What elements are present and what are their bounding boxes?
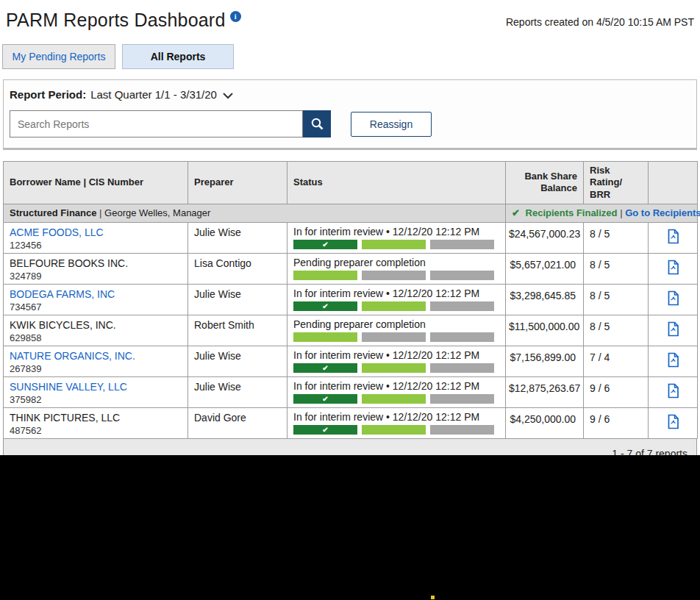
pdf-report-button[interactable] xyxy=(649,346,698,376)
report-period-selector[interactable]: Report Period: Last Quarter 1/1 - 3/31/2… xyxy=(10,88,688,101)
borrower-name[interactable]: NATURE ORGANICS, INC. xyxy=(10,350,182,362)
col-header-borrower: Borrower Name | CIS Number xyxy=(4,162,188,204)
progress-segment xyxy=(430,332,494,342)
progress-segment xyxy=(362,271,426,280)
preparer-name: Julie Wise xyxy=(188,284,288,315)
pdf-file-icon xyxy=(667,290,679,306)
table-row: SUNSHINE VALLEY, LLC375982 Julie Wise In… xyxy=(4,376,698,407)
recipients-separator: | xyxy=(620,207,622,218)
progress-segment xyxy=(293,240,357,249)
recipients-finalized-status: Recipients Finalized xyxy=(526,207,618,218)
status-text: In for interim review • 12/12/20 12:12 P… xyxy=(293,380,499,392)
reports-table-container: Borrower Name | CIS Number Preparer Stat… xyxy=(3,161,697,470)
yellow-dot-marker xyxy=(431,596,435,599)
table-row: BODEGA FARMS, INC734567 Julie Wise In fo… xyxy=(4,284,698,315)
group-title: Structured Finance | George Welles, Mana… xyxy=(4,204,506,222)
bank-share-balance: $7,156,899.00 xyxy=(506,346,584,376)
pdf-report-button[interactable] xyxy=(649,284,698,315)
pdf-report-button[interactable] xyxy=(649,376,698,407)
progress-segment xyxy=(293,425,357,435)
chevron-down-icon xyxy=(223,93,233,99)
borrower-name[interactable]: BODEGA FARMS, INC xyxy=(10,288,182,300)
risk-rating: 8 / 5 xyxy=(584,315,649,346)
progress-segment xyxy=(293,301,357,311)
reassign-button[interactable]: Reassign xyxy=(351,112,432,137)
search-input[interactable] xyxy=(10,110,303,138)
group-recipients-area: ✔ Recipients Finalized | Go to Recipient… xyxy=(506,204,698,222)
preparer-name: Julie Wise xyxy=(188,222,288,253)
preparer-name: David Gore xyxy=(188,407,288,438)
preparer-name: Julie Wise xyxy=(188,376,288,407)
cis-number: 375982 xyxy=(10,394,182,405)
title-bar: PARM Reports Dashboard i Reports created… xyxy=(0,0,700,31)
progress-segment xyxy=(293,271,357,280)
pdf-report-button[interactable] xyxy=(649,407,698,438)
status-text: In for interim review • 12/12/20 12:12 P… xyxy=(293,349,499,361)
tab-all-reports[interactable]: All Reports xyxy=(122,44,234,69)
status-progress-bar xyxy=(293,301,499,311)
cis-number: 487562 xyxy=(10,425,182,436)
cis-number: 267839 xyxy=(10,363,182,374)
col-header-doc xyxy=(649,162,698,204)
risk-rating: 8 / 5 xyxy=(584,222,649,253)
status-progress-bar xyxy=(293,425,499,435)
bank-share-balance: $12,875,263.67 xyxy=(506,376,584,407)
tab-my-pending-reports[interactable]: My Pending Reports xyxy=(2,44,115,69)
pdf-report-button[interactable] xyxy=(649,315,698,346)
status-text: In for interim review • 12/12/20 12:12 P… xyxy=(293,411,499,423)
status-text: In for interim review • 12/12/20 12:12 P… xyxy=(293,226,499,238)
progress-segment xyxy=(293,394,357,404)
cis-number: 629858 xyxy=(10,332,182,343)
progress-segment xyxy=(362,332,426,342)
status-text: Pending preparer completion xyxy=(293,318,499,330)
go-to-recipients-link[interactable]: Go to Recipients xyxy=(625,207,700,218)
progress-segment xyxy=(430,271,494,280)
info-icon[interactable]: i xyxy=(230,11,241,22)
check-icon: ✔ xyxy=(512,207,520,218)
page-title: PARM Reports Dashboard xyxy=(6,10,226,31)
status-progress-bar xyxy=(293,271,499,280)
bank-share-balance: $3,298,645.85 xyxy=(506,284,584,315)
borrower-name[interactable]: ACME FOODS, LLC xyxy=(10,226,182,238)
table-row: KWIK BICYCLES, INC.629858 Robert Smith P… xyxy=(4,315,698,346)
parm-dashboard-page: PARM Reports Dashboard i Reports created… xyxy=(0,0,700,600)
search-button[interactable] xyxy=(303,110,331,138)
bottom-black-area xyxy=(0,455,700,600)
borrower-name[interactable]: BELFOURE BOOKS INC. xyxy=(10,257,182,269)
status-progress-bar xyxy=(293,363,499,373)
report-period-value: Last Quarter 1/1 - 3/31/20 xyxy=(90,88,217,101)
report-tabs: My Pending Reports All Reports xyxy=(2,44,700,69)
risk-rating: 9 / 6 xyxy=(584,376,649,407)
pdf-file-icon xyxy=(667,321,679,337)
borrower-name[interactable]: SUNSHINE VALLEY, LLC xyxy=(10,381,182,393)
table-row: ACME FOODS, LLC123456 Julie Wise In for … xyxy=(4,222,698,253)
status-text: In for interim review • 12/12/20 12:12 P… xyxy=(293,288,499,299)
bank-share-balance: $24,567,000.23 xyxy=(506,222,584,253)
table-row: NATURE ORGANICS, INC.267839 Julie Wise I… xyxy=(4,346,698,376)
borrower-name[interactable]: KWIK BICYCLES, INC. xyxy=(10,319,182,331)
filter-panel: Report Period: Last Quarter 1/1 - 3/31/2… xyxy=(3,79,697,150)
pdf-report-button[interactable] xyxy=(649,222,698,253)
reports-table: Borrower Name | CIS Number Preparer Stat… xyxy=(3,161,698,439)
status-progress-bar xyxy=(293,240,499,249)
table-header-row: Borrower Name | CIS Number Preparer Stat… xyxy=(4,162,698,204)
search-row: Reassign xyxy=(10,110,688,138)
progress-segment xyxy=(362,425,426,435)
col-header-preparer: Preparer xyxy=(188,162,288,204)
progress-segment xyxy=(430,240,494,249)
status-progress-bar xyxy=(293,332,499,342)
borrower-name[interactable]: THINK PICTURES, LLC xyxy=(10,412,182,424)
progress-segment xyxy=(362,301,426,311)
pdf-file-icon xyxy=(667,260,679,275)
cis-number: 734567 xyxy=(10,301,182,312)
group-header-row: Structured Finance | George Welles, Mana… xyxy=(4,204,698,222)
table-row: THINK PICTURES, LLC487562 David Gore In … xyxy=(4,407,698,438)
cis-number: 123456 xyxy=(10,240,182,251)
status-progress-bar xyxy=(293,394,499,404)
group-name: Structured Finance xyxy=(10,207,96,218)
progress-segment xyxy=(362,240,426,249)
col-header-status: Status xyxy=(288,162,506,204)
bank-share-balance: $11,500,000.00 xyxy=(506,315,584,346)
pdf-report-button[interactable] xyxy=(649,253,698,284)
pdf-file-icon xyxy=(667,383,679,399)
